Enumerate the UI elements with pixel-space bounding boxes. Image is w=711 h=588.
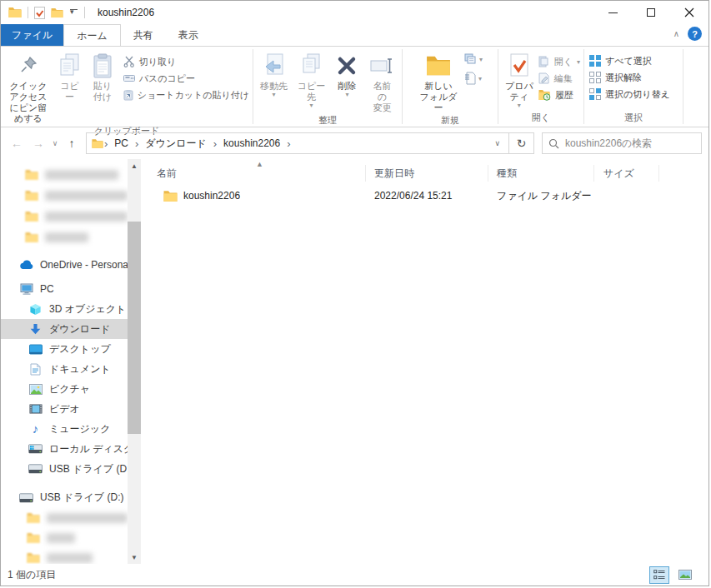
address-bar: ← → ∨ ↑ › PC › ダウンロード › koushin2206 › ∨ …: [1, 127, 708, 159]
scrollbar-thumb[interactable]: [128, 222, 141, 434]
forward-button[interactable]: →: [28, 133, 49, 153]
scroll-up-icon[interactable]: ▲: [128, 159, 141, 172]
copy-path-button[interactable]: パスのコピー: [123, 72, 249, 85]
copy-label: コピー: [58, 81, 81, 102]
blurred-label: [45, 212, 128, 222]
sidebar-item-3d-objects[interactable]: 3D オブジェクト: [1, 299, 128, 319]
cut-button[interactable]: 切り取り: [123, 55, 249, 68]
file-row[interactable]: koushin2206 2022/06/24 15:21 ファイル フォルダー: [141, 186, 708, 206]
back-button[interactable]: ←: [6, 133, 28, 153]
new-folder-icon: [426, 51, 451, 81]
folder-icon: [26, 552, 40, 564]
app-folder-icon: [8, 7, 22, 18]
navigation-pane: OneDrive - Personal PC 3D オブジェクト ダウンロー: [1, 159, 141, 564]
sidebar-item-videos[interactable]: ビデオ: [1, 399, 128, 419]
easy-access-icon: [464, 53, 478, 66]
qat-properties-button[interactable]: [34, 7, 45, 19]
3d-cube-icon: [28, 303, 43, 316]
sidebar-item-usb-root[interactable]: USB ドライブ (D:): [1, 487, 128, 508]
column-header-size[interactable]: サイズ: [594, 165, 659, 182]
paste-shortcut-button[interactable]: ショートカットの貼り付け: [123, 88, 249, 102]
select-all-button[interactable]: すべて選択: [589, 54, 670, 67]
sidebar-item-local-disk-c[interactable]: ローカル ディスク (C:): [1, 439, 128, 459]
qat-customize-dropdown[interactable]: [69, 8, 78, 17]
folder-icon: [26, 532, 40, 544]
sidebar-item-usb-drive-d[interactable]: USB ドライブ (D:): [1, 459, 128, 479]
sidebar-item-desktop[interactable]: デスクトップ: [1, 339, 128, 359]
close-button[interactable]: [670, 1, 708, 24]
delete-button[interactable]: 削除 ▾: [330, 48, 364, 97]
select-none-button[interactable]: 選択解除: [589, 71, 670, 84]
properties-dropdown-icon: ▾: [518, 102, 521, 108]
new-item-button[interactable]: ▾: [464, 72, 483, 85]
recent-locations-dropdown[interactable]: ∨: [49, 133, 61, 153]
pin-to-quick-access-button[interactable]: クイック アクセス にピン留めする: [3, 48, 54, 124]
sidebar-item-downloads[interactable]: ダウンロード: [1, 319, 128, 339]
pin-icon: [19, 51, 38, 81]
paste-button[interactable]: 貼り付け: [85, 48, 119, 102]
tab-home[interactable]: ホーム: [63, 24, 121, 46]
file-name-cell[interactable]: koushin2206: [141, 190, 366, 202]
window-controls: [593, 1, 708, 24]
refresh-button[interactable]: ↻: [509, 132, 534, 154]
sidebar-item-pictures[interactable]: ピクチャ: [1, 379, 128, 399]
blurred-label: [45, 232, 88, 242]
scroll-down-icon[interactable]: ▼: [128, 551, 141, 564]
tab-file[interactable]: ファイル: [1, 24, 63, 46]
sidebar-item-documents[interactable]: ドキュメント: [1, 359, 128, 379]
address-dropdown-icon[interactable]: ∨: [488, 139, 507, 147]
pictures-icon: [28, 384, 43, 395]
up-button[interactable]: ↑: [61, 133, 83, 153]
blurred-label: [47, 513, 128, 523]
sidebar-item-pc[interactable]: PC: [1, 278, 128, 299]
sidebar-item-music[interactable]: ♪ ミュージック: [1, 419, 128, 439]
quick-access-item-blurred[interactable]: [1, 227, 128, 247]
quick-access-item-blurred[interactable]: [1, 164, 128, 185]
video-icon: [28, 404, 43, 414]
move-to-button[interactable]: 移動先 ▾: [255, 48, 293, 97]
large-icons-view-icon: [678, 570, 692, 580]
minimize-button[interactable]: [593, 1, 632, 24]
folder-icon: [24, 232, 38, 243]
help-button[interactable]: ?: [688, 27, 702, 41]
cut-label: 切り取り: [139, 56, 177, 68]
details-view-button[interactable]: [649, 566, 669, 584]
properties-button[interactable]: プロパティ ▾: [500, 48, 538, 108]
tab-share[interactable]: 共有: [121, 24, 166, 46]
pin-label-line1: クイック アクセス: [7, 81, 50, 102]
breadcrumb-downloads[interactable]: ダウンロード: [139, 137, 212, 151]
column-header-type[interactable]: 種類: [488, 165, 594, 182]
large-icons-view-button[interactable]: [675, 566, 695, 584]
sidebar-item-onedrive[interactable]: OneDrive - Personal: [1, 254, 128, 275]
ribbon-group-select: すべて選択 選択解除 選択の切り替え: [584, 47, 683, 127]
column-header-name[interactable]: 名前: [141, 165, 366, 182]
open-button[interactable]: 開く ▾: [538, 55, 580, 68]
easy-access-button[interactable]: ▾: [464, 53, 483, 66]
properties-label: プロパティ: [504, 81, 534, 102]
column-header-modified[interactable]: 更新日時: [366, 165, 488, 182]
search-input[interactable]: [565, 137, 695, 149]
column-headers: ▲ 名前 更新日時 種類 サイズ: [141, 163, 708, 183]
invert-selection-button[interactable]: 選択の切り替え: [589, 87, 670, 101]
sidebar-scrollbar[interactable]: ▲ ▼: [128, 159, 141, 564]
history-button[interactable]: 履歴: [538, 88, 580, 102]
maximize-button[interactable]: [632, 1, 670, 24]
explorer-window: koushin2206 ファイル ホーム 共有 表示 ∧ ?: [0, 0, 709, 586]
copy-to-button[interactable]: コピー先 ▾: [293, 48, 330, 108]
copy-button[interactable]: コピー: [54, 48, 85, 102]
new-folder-button[interactable]: 新しい フォルダー: [414, 48, 463, 113]
tab-view[interactable]: 表示: [166, 24, 211, 46]
qat-new-folder-button[interactable]: [51, 7, 63, 18]
edit-button[interactable]: 編集: [538, 72, 580, 85]
usb-item-blurred[interactable]: [1, 548, 128, 564]
rename-button[interactable]: 名前の 変更: [364, 48, 400, 113]
quick-access-item-blurred[interactable]: [1, 206, 128, 227]
quick-access-item-blurred[interactable]: [1, 185, 128, 206]
address-box[interactable]: › PC › ダウンロード › koushin2206 › ∨: [86, 132, 509, 154]
usb-item-blurred[interactable]: [1, 508, 128, 528]
usb-item-blurred[interactable]: [1, 528, 128, 548]
breadcrumb-current-folder[interactable]: koushin2206: [218, 137, 286, 149]
move-to-dropdown-icon: ▾: [272, 92, 275, 97]
breadcrumb-pc[interactable]: PC: [108, 137, 134, 149]
collapse-ribbon-button[interactable]: ∧: [673, 29, 679, 38]
